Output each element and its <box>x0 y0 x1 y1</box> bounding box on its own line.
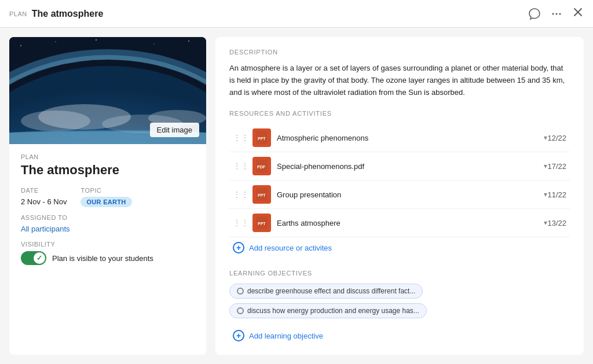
visibility-toggle[interactable]: ✓ <box>21 251 46 265</box>
topbar: PLAN The atmosphere <box>0 0 593 28</box>
close-icon[interactable] <box>572 6 584 21</box>
add-objective-label: Add learning objective <box>249 332 323 340</box>
objective-tag-2[interactable]: discuss how energy production and energy… <box>229 303 427 318</box>
resource-date-4: 13/22 <box>547 219 566 227</box>
topic-badge: OUR EARTH <box>80 197 131 207</box>
plan-image: Edit image <box>9 37 206 144</box>
assigned-section: ASSIGNED TO All participants <box>21 214 195 234</box>
right-panel: DESCRIPTION An atmosphere is a layer or … <box>215 37 584 355</box>
visibility-text: Plan is visible to your students <box>52 254 153 263</box>
date-value: 2 Nov - 6 Nov <box>21 197 67 206</box>
resource-item[interactable]: ⋮⋮ PPT Group presentation ▾ 11/22 <box>229 181 570 209</box>
add-objective-button[interactable]: + Add learning objective <box>229 325 570 346</box>
add-resource-button[interactable]: + Add resource or activites <box>229 237 570 258</box>
svg-point-8 <box>188 41 189 42</box>
resource-name-4: Earths atmosphere <box>277 219 541 227</box>
svg-text:PDF: PDF <box>257 165 266 169</box>
assigned-label: ASSIGNED TO <box>21 214 195 221</box>
resource-icon-ppt: PPT <box>252 128 271 147</box>
page-title: The atmosphere <box>32 9 104 19</box>
plan-name: The atmosphere <box>21 163 195 178</box>
topbar-left: PLAN The atmosphere <box>9 9 103 19</box>
resources-section: RESOURCES AND ACTIVITIES ⋮⋮ PPT Atmosphe… <box>229 110 570 258</box>
resource-icon-ppt3: PPT <box>252 214 271 232</box>
svg-point-4 <box>20 45 21 46</box>
resource-name-2: Special-phenomenons.pdf <box>277 162 541 171</box>
assigned-value: All participants <box>21 225 70 233</box>
drag-handle-icon: ⋮⋮ <box>233 161 249 171</box>
left-panel: Edit image PLAN The atmosphere DATE 2 No… <box>9 37 206 355</box>
drag-handle-icon: ⋮⋮ <box>233 133 249 142</box>
check-icon: ✓ <box>36 254 42 262</box>
main-layout: Edit image PLAN The atmosphere DATE 2 No… <box>0 28 593 364</box>
objective-text-1: describe greenhouse effect and discuss d… <box>247 287 415 295</box>
svg-point-0 <box>552 13 554 14</box>
description-text: An atmosphere is a layer or a set of lay… <box>229 62 570 98</box>
objectives-label: LEARNING OBJECTIVES <box>229 270 570 277</box>
plan-info: PLAN The atmosphere DATE 2 Nov - 6 Nov T… <box>9 144 206 355</box>
topbar-right <box>528 6 584 21</box>
svg-point-2 <box>559 13 561 14</box>
resources-label: RESOURCES AND ACTIVITIES <box>229 110 570 117</box>
resource-name-1: Atmospheric phenomenons <box>277 134 541 142</box>
plan-label: PLAN <box>9 10 27 17</box>
plus-circle-obj-icon: + <box>233 330 244 341</box>
plan-micro-label: PLAN <box>21 153 195 160</box>
info-row: DATE 2 Nov - 6 Nov TOPIC OUR EARTH <box>21 187 195 207</box>
resource-date-3: 11/22 <box>547 190 566 199</box>
resource-date-1: 12/22 <box>547 134 566 142</box>
date-label: DATE <box>21 187 67 194</box>
date-block: DATE 2 Nov - 6 Nov <box>21 187 67 207</box>
visibility-section: VISIBILITY ✓ Plan is visible to your stu… <box>21 241 195 265</box>
toggle-knob: ✓ <box>34 252 45 264</box>
svg-point-6 <box>96 39 97 41</box>
resource-icon-pdf: PDF <box>252 157 271 175</box>
resource-name-3: Group presentation <box>277 190 541 199</box>
chat-icon[interactable] <box>528 8 541 20</box>
objective-circle-icon <box>237 288 244 295</box>
visibility-label: VISIBILITY <box>21 241 195 248</box>
edit-image-button[interactable]: Edit image <box>150 123 199 137</box>
drag-handle-icon: ⋮⋮ <box>233 218 249 227</box>
resource-date-2: 17/22 <box>547 162 566 171</box>
description-label: DESCRIPTION <box>229 49 570 56</box>
objective-tag-1[interactable]: describe greenhouse effect and discuss d… <box>229 284 423 299</box>
resource-item[interactable]: ⋮⋮ PPT Atmospheric phenomenons ▾ 12/22 <box>229 124 570 152</box>
topic-block: TOPIC OUR EARTH <box>80 187 131 207</box>
visibility-row: ✓ Plan is visible to your students <box>21 251 195 265</box>
svg-text:PPT: PPT <box>258 137 266 141</box>
plus-circle-icon: + <box>233 242 244 253</box>
objective-circle-icon <box>237 307 244 314</box>
svg-point-1 <box>556 13 558 14</box>
svg-text:PPT: PPT <box>258 222 266 226</box>
svg-point-7 <box>153 43 155 45</box>
svg-point-5 <box>55 41 56 42</box>
topic-label: TOPIC <box>80 187 131 194</box>
drag-handle-icon: ⋮⋮ <box>233 190 249 199</box>
resource-item[interactable]: ⋮⋮ PPT Earths atmosphere ▾ 13/22 <box>229 209 570 237</box>
resource-icon-ppt2: PPT <box>252 185 271 204</box>
add-resource-label: Add resource or activites <box>249 244 332 252</box>
svg-text:PPT: PPT <box>258 193 266 197</box>
objectives-section: LEARNING OBJECTIVES describe greenhouse … <box>229 270 570 346</box>
more-options-icon[interactable] <box>550 8 563 20</box>
resource-item[interactable]: ⋮⋮ PDF Special-phenomenons.pdf ▾ 17/22 <box>229 152 570 181</box>
objective-text-2: discuss how energy production and energy… <box>247 307 419 315</box>
